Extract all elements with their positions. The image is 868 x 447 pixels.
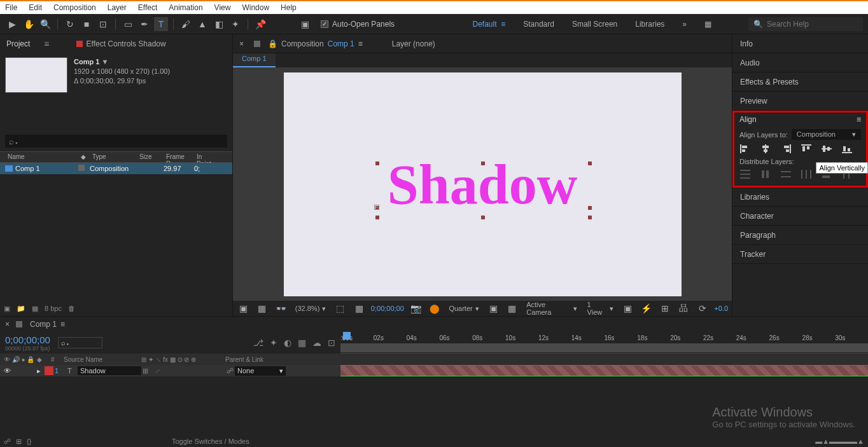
delete-icon[interactable]: 🗑 [68, 305, 75, 312]
anchor-point-icon[interactable] [374, 205, 379, 210]
layer-tab[interactable]: Layer (none) [392, 39, 435, 48]
tl-icon-4[interactable]: ▦ [298, 338, 306, 348]
menu-composition[interactable]: Composition [53, 3, 96, 12]
reset-exp-icon[interactable]: ⟳ [696, 301, 709, 315]
project-row-comp1[interactable]: Comp 1 Composition 29.97 0; [0, 163, 232, 174]
search-help[interactable]: 🔍 [748, 17, 863, 31]
toggle-switches-button[interactable]: Toggle Switches / Modes [172, 437, 249, 445]
magnification-icon[interactable]: ▣ [237, 301, 250, 315]
timeline-layer-row[interactable]: 👁 ▸ 1 T Shadow ⊞ ⟋ ☍ None▾ [0, 365, 340, 376]
flowchart-icon[interactable]: 品 [677, 301, 690, 315]
col-name[interactable]: Name [5, 152, 78, 162]
col-inpoint[interactable]: In Point [194, 152, 220, 162]
tl-foot-icon-2[interactable]: ⊞ [16, 437, 22, 446]
character-panel[interactable]: Character [732, 207, 868, 226]
grid-icon[interactable]: ▦ [353, 301, 366, 315]
tl-icon-5[interactable]: ☁ [312, 338, 321, 348]
align-left-icon[interactable] [739, 144, 751, 154]
tl-icon-6[interactable]: ⊡ [328, 338, 335, 348]
info-panel[interactable]: Info [732, 34, 868, 53]
align-target-dropdown[interactable]: Composition▾ [792, 129, 861, 140]
text-tool-icon[interactable]: T [154, 17, 168, 31]
puppet-tool-icon[interactable]: 📌 [253, 17, 267, 31]
col-framerate[interactable]: Frame R... [164, 152, 194, 162]
new-comp-icon[interactable]: ▦ [32, 305, 38, 313]
menu-edit[interactable]: Edit [29, 3, 42, 12]
parent-dropdown[interactable]: None▾ [235, 366, 286, 376]
timeline-tab[interactable]: Comp 1 [30, 320, 57, 329]
libraries-panel[interactable]: Libraries [732, 188, 868, 207]
timeline-icon[interactable]: ⊞ [659, 301, 672, 315]
zoom-slider[interactable]: ▬▲▬▬▬▬▲ [815, 437, 864, 445]
camera-dropdown[interactable]: Active Camera ▾ [524, 301, 579, 316]
toggle-alpha-icon[interactable]: ▦ [255, 301, 269, 315]
interpret-footage-icon[interactable]: ▣ [4, 305, 10, 313]
viewer[interactable]: Shadow [233, 67, 732, 301]
mask-icon[interactable]: 👓 [274, 301, 288, 315]
workspace-standard[interactable]: Standard [523, 20, 554, 29]
roto-tool-icon[interactable]: ✦ [228, 17, 242, 31]
tracker-panel[interactable]: Tracker [732, 245, 868, 264]
res-full-icon[interactable]: ⬚ [333, 301, 347, 315]
col-size[interactable]: Size [137, 152, 164, 162]
hand-tool-icon[interactable]: ✋ [22, 17, 36, 31]
pixel-aspect-icon[interactable]: ▣ [621, 301, 634, 315]
effect-controls-tab[interactable]: Effect Controls Shadow [76, 39, 166, 48]
comp-dropdown-icon[interactable]: ▼ [101, 58, 108, 65]
align-top-icon[interactable] [801, 144, 812, 154]
tl-icon-3[interactable]: ◐ [284, 338, 291, 348]
timeline-search[interactable]: ⌕▾ [58, 337, 102, 348]
orbit-tool-icon[interactable]: ↻ [63, 17, 77, 31]
workspace-small-screen[interactable]: Small Screen [572, 20, 617, 29]
menu-effect[interactable]: Effect [138, 3, 157, 12]
time-ruler[interactable]: :00s02s04s06s 08s10s12s14s 16s18s20s22s … [340, 332, 868, 354]
transparency-icon[interactable]: ▦ [505, 301, 519, 315]
menu-help[interactable]: Help [281, 3, 297, 12]
menu-view[interactable]: View [214, 3, 231, 12]
brush-tool-icon[interactable]: 🖌 [179, 17, 193, 31]
selection-tool-icon[interactable]: ▶ [5, 17, 19, 31]
workspace-default[interactable]: Default ≡ [473, 20, 506, 29]
search-input[interactable] [767, 20, 858, 29]
tl-foot-icon-1[interactable]: ☍ [4, 437, 11, 446]
camera-tool-icon[interactable]: ■ [80, 17, 94, 31]
menu-window[interactable]: Window [242, 3, 269, 12]
panel-icon[interactable]: ▣ [298, 17, 312, 31]
workspace-grid-icon[interactable]: ▦ [704, 20, 711, 29]
project-tab[interactable]: Project [6, 39, 30, 48]
lock-icon[interactable]: 🔒 [268, 39, 277, 48]
effects-presets-panel[interactable]: Effects & Presets [732, 72, 868, 92]
col-label-icon[interactable]: ◆ [78, 152, 90, 162]
align-bottom-icon[interactable] [841, 144, 853, 154]
align-hcenter-icon[interactable] [760, 144, 771, 154]
layer-label-color[interactable] [45, 366, 53, 375]
tl-icon-1[interactable]: ⎇ [253, 338, 263, 348]
tl-close-icon[interactable]: × [5, 320, 10, 329]
roi-icon[interactable]: ▣ [487, 301, 500, 315]
channel-icon[interactable]: ⬤ [428, 301, 441, 315]
new-folder-icon[interactable]: 📁 [17, 305, 25, 313]
time-display[interactable]: 0;00;00;00 [371, 305, 404, 312]
workspace-libraries[interactable]: Libraries [635, 20, 664, 29]
playhead[interactable] [343, 332, 351, 340]
rectangle-tool-icon[interactable]: ▭ [121, 17, 135, 31]
paragraph-panel[interactable]: Paragraph [732, 226, 868, 245]
timecode[interactable]: 0;00;00;00 [5, 334, 50, 345]
pan-behind-tool-icon[interactable]: ⊡ [96, 17, 110, 31]
tl-foot-icon-3[interactable]: {} [27, 437, 31, 445]
col-type[interactable]: Type [90, 152, 137, 162]
pen-tool-icon[interactable]: ✒ [137, 17, 151, 31]
audio-panel[interactable]: Audio [732, 53, 868, 72]
menu-layer[interactable]: Layer [108, 3, 127, 12]
auto-open-checkbox[interactable]: ✓ [321, 20, 328, 28]
align-vcenter-icon[interactable] [821, 144, 832, 154]
exposure-value[interactable]: +0.0 [714, 305, 728, 312]
align-right-icon[interactable] [780, 144, 792, 154]
layer-name[interactable]: Shadow [78, 366, 141, 375]
layer-track[interactable] [340, 365, 868, 376]
workspace-overflow-icon[interactable]: » [682, 20, 687, 29]
align-menu-icon[interactable]: ≡ [857, 115, 861, 124]
subtab-comp1[interactable]: Comp 1 [233, 53, 276, 67]
zoom-dropdown[interactable]: (32.8%) ▾ [293, 305, 329, 313]
zoom-tool-icon[interactable]: 🔍 [38, 17, 52, 31]
